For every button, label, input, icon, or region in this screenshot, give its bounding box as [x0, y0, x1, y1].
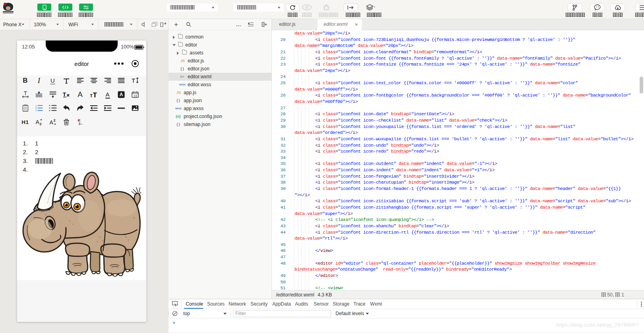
svg-text:T: T — [93, 91, 97, 97]
svg-text:2: 2 — [53, 119, 55, 122]
svg-text:2: 2 — [40, 122, 42, 125]
svg-text:T: T — [132, 77, 135, 84]
svg-text:3: 3 — [35, 109, 37, 111]
svg-text:T: T — [90, 93, 93, 97]
svg-text:19: 19 — [134, 94, 137, 98]
svg-text:T: T — [63, 91, 66, 97]
svg-text:¶: ¶ — [78, 118, 80, 124]
svg-text:A: A — [36, 119, 40, 125]
svg-text:A: A — [49, 119, 53, 125]
